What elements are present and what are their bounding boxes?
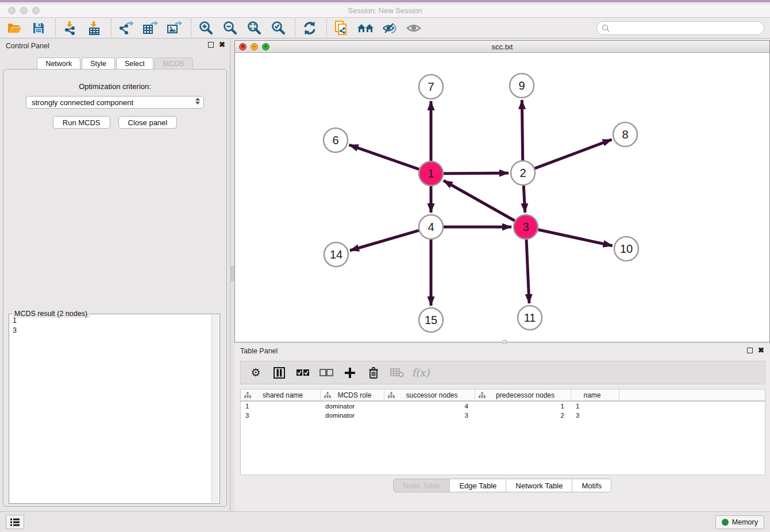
node-label: 2 bbox=[519, 167, 526, 179]
table-cell[interactable]: 2 bbox=[475, 411, 571, 420]
graph-node-10[interactable]: 10 bbox=[614, 237, 638, 261]
table-panel-float-icon[interactable] bbox=[747, 348, 753, 353]
column-header-predecessor-nodes[interactable]: predecessor nodes bbox=[475, 390, 571, 400]
column-header-shared-name[interactable]: shared name bbox=[241, 390, 321, 400]
import-table-button[interactable] bbox=[86, 20, 103, 37]
edge-2-3[interactable] bbox=[523, 186, 525, 213]
edge-1-2[interactable] bbox=[444, 173, 509, 174]
function-builder-button[interactable]: f(x) bbox=[414, 366, 428, 380]
tab-edge-table[interactable]: Edge Table bbox=[450, 479, 506, 492]
tab-network[interactable]: Network bbox=[37, 57, 80, 70]
edge-2-9[interactable] bbox=[522, 100, 522, 160]
close-panel-button[interactable]: Close panel bbox=[118, 116, 178, 129]
mcds-result-box: MCDS result (2 nodes) 13 bbox=[9, 314, 220, 504]
column-header-name[interactable]: name bbox=[571, 390, 619, 400]
task-history-button[interactable] bbox=[6, 515, 24, 529]
network-graph[interactable]: 7968124314101511 bbox=[235, 53, 769, 342]
table-cell[interactable]: 1 bbox=[475, 402, 571, 411]
graph-node-8[interactable]: 8 bbox=[613, 122, 637, 147]
node-label: 10 bbox=[620, 242, 633, 255]
tab-network-table[interactable]: Network Table bbox=[506, 479, 572, 492]
graph-node-9[interactable]: 9 bbox=[510, 74, 534, 98]
mcds-panel: Optimization criterion: strongly connect… bbox=[3, 69, 227, 507]
edge-2-8[interactable] bbox=[535, 140, 612, 168]
tab-motifs[interactable]: Motifs bbox=[572, 479, 611, 492]
delete-columns-button[interactable] bbox=[367, 366, 380, 380]
table-cell[interactable]: 1 bbox=[241, 402, 321, 411]
first-neighbors-button[interactable] bbox=[357, 20, 374, 37]
mcds-result-scrollbar[interactable] bbox=[211, 315, 219, 503]
table-cell[interactable]: dominator bbox=[321, 402, 384, 411]
tab-select[interactable]: Select bbox=[116, 57, 153, 70]
tab-mcds[interactable]: MCDS bbox=[155, 57, 193, 70]
column-header-label: predecessor nodes bbox=[486, 391, 571, 399]
edge-1-6[interactable] bbox=[349, 145, 419, 169]
table-settings-button[interactable]: ⚙ bbox=[249, 366, 263, 380]
graph-node-11[interactable]: 11 bbox=[518, 306, 542, 330]
network-window-titlebar[interactable]: ✕ − + scc.txt bbox=[235, 41, 769, 53]
add-column-button[interactable] bbox=[343, 366, 357, 380]
graph-node-2[interactable]: 2 bbox=[511, 161, 535, 185]
graph-node-14[interactable]: 14 bbox=[324, 242, 348, 267]
apply-layout-button[interactable] bbox=[301, 20, 318, 37]
control-panel-close-icon[interactable]: ✖ bbox=[219, 42, 225, 48]
search-input[interactable] bbox=[612, 23, 764, 33]
table-cell[interactable]: 4 bbox=[384, 402, 475, 411]
open-session-button[interactable] bbox=[6, 20, 23, 37]
table-cell[interactable]: 3 bbox=[384, 411, 475, 420]
vertical-splitter-handle[interactable] bbox=[231, 266, 234, 281]
network-resize-handle[interactable] bbox=[502, 340, 507, 344]
save-session-button[interactable] bbox=[30, 20, 47, 37]
select-all-columns-button[interactable] bbox=[296, 366, 310, 380]
table-cell[interactable]: 3 bbox=[241, 411, 321, 420]
export-image-button[interactable] bbox=[165, 20, 183, 37]
graph-node-15[interactable]: 15 bbox=[419, 308, 443, 332]
hide-selected-button[interactable] bbox=[381, 20, 398, 37]
criterion-dropdown[interactable]: strongly connected component bbox=[26, 96, 204, 109]
table-row[interactable]: 3dominator323 bbox=[241, 411, 765, 420]
table-panel-close-icon[interactable]: ✖ bbox=[758, 348, 764, 353]
table-cell[interactable]: 3 bbox=[571, 411, 619, 420]
show-all-button[interactable] bbox=[405, 20, 422, 37]
memory-button[interactable]: Memory bbox=[715, 515, 764, 529]
import-network-button[interactable] bbox=[61, 20, 79, 37]
edge-3-1[interactable] bbox=[444, 180, 515, 221]
graph-node-4[interactable]: 4 bbox=[419, 215, 443, 239]
tab-style[interactable]: Style bbox=[82, 57, 115, 70]
table-toolbar: ⚙ f(x) bbox=[240, 361, 765, 384]
graph-node-1[interactable]: 1 bbox=[419, 161, 443, 186]
node-table-body: 1dominator4113dominator323 bbox=[241, 402, 765, 420]
export-table-button[interactable] bbox=[141, 20, 159, 37]
zoom-selected-button[interactable] bbox=[270, 20, 287, 37]
column-header-successor-nodes[interactable]: successor nodes bbox=[384, 390, 475, 400]
zoom-in-icon bbox=[198, 21, 213, 36]
control-panel-float-icon[interactable] bbox=[208, 42, 214, 48]
column-header-MCDS-role[interactable]: MCDS role bbox=[321, 390, 384, 400]
edge-3-10[interactable] bbox=[538, 230, 613, 246]
search-box[interactable] bbox=[596, 21, 764, 35]
two-houses-icon bbox=[357, 21, 374, 35]
mcds-result-lines: 13 bbox=[13, 316, 210, 502]
table-cell[interactable]: dominator bbox=[321, 411, 384, 420]
export-network-button[interactable] bbox=[117, 20, 134, 37]
graph-node-6[interactable]: 6 bbox=[324, 128, 348, 152]
zoom-in-button[interactable] bbox=[197, 20, 214, 37]
edge-4-14[interactable] bbox=[350, 230, 419, 250]
table-row[interactable]: 1dominator411 bbox=[241, 402, 765, 411]
zoom-fit-button[interactable] bbox=[245, 20, 263, 37]
plus-icon bbox=[344, 367, 356, 379]
graph-node-3[interactable]: 3 bbox=[514, 215, 538, 239]
network-canvas[interactable]: 7968124314101511 bbox=[235, 53, 769, 342]
edge-3-11[interactable] bbox=[526, 240, 529, 303]
trash-icon bbox=[368, 367, 379, 379]
show-columns-button[interactable] bbox=[272, 366, 286, 380]
vertical-splitter[interactable] bbox=[230, 38, 234, 511]
tab-node-table[interactable]: Node Table bbox=[394, 479, 451, 492]
run-mcds-button[interactable]: Run MCDS bbox=[53, 116, 110, 129]
zoom-out-button[interactable] bbox=[221, 20, 238, 37]
delete-table-button[interactable] bbox=[390, 366, 404, 380]
table-cell[interactable]: 1 bbox=[571, 402, 619, 411]
clone-network-button[interactable] bbox=[333, 20, 350, 37]
unselect-all-columns-button[interactable] bbox=[319, 366, 333, 380]
graph-node-7[interactable]: 7 bbox=[419, 75, 443, 99]
